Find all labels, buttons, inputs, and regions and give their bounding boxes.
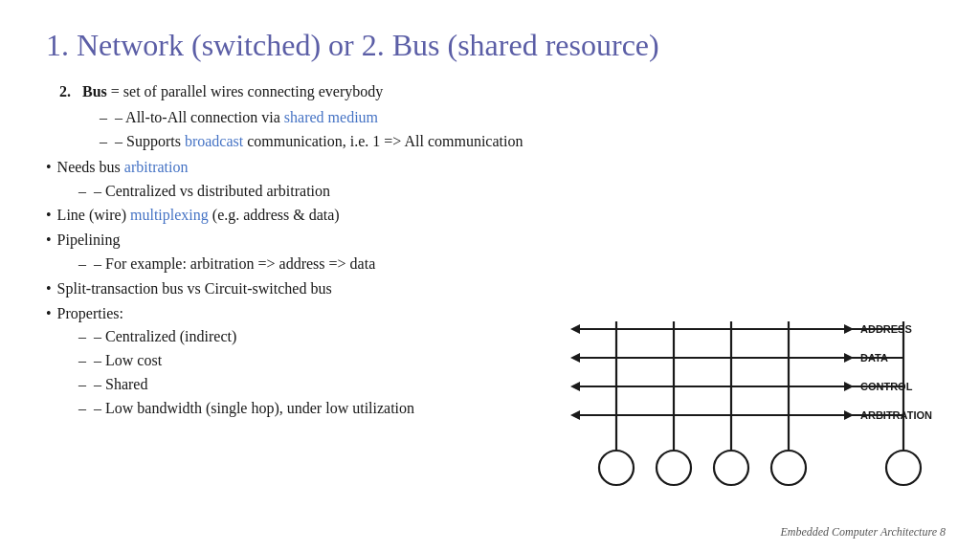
bus-diagram: ADDRESS DATA CONTROL ARBITRATION	[549, 302, 951, 494]
bus-definition: 2. Bus = set of parallel wires connectin…	[59, 80, 934, 104]
svg-point-21	[714, 451, 748, 485]
bus-number: 2.	[59, 83, 78, 99]
sub1: – – All-to-All connection via shared med…	[100, 106, 934, 130]
bullet1-highlight: arbitration	[124, 159, 189, 175]
bullet4-text: Split-transaction bus vs Circuit-switche…	[57, 277, 332, 301]
svg-point-23	[771, 451, 806, 485]
sub2-highlight: broadcast	[185, 133, 243, 149]
sub2-suffix: communication, i.e. 1 => All communicati…	[243, 133, 523, 149]
sub2-prefix: – Supports	[115, 133, 185, 149]
svg-marker-7	[570, 382, 580, 391]
bullet-multiplexing: • Line (wire) multiplexing (e.g. address…	[46, 204, 934, 228]
bullet-pipelining: • Pipelining	[46, 229, 934, 253]
bus-diagram-svg: ADDRESS DATA CONTROL ARBITRATION	[549, 302, 951, 494]
svg-point-17	[599, 451, 634, 485]
svg-point-30	[886, 451, 921, 485]
bullet3-sub: – – For example: arbitration => address …	[78, 253, 934, 276]
bus-eq: = set of parallel wires connecting every…	[107, 83, 383, 99]
svg-marker-4	[570, 353, 580, 363]
slide: 1. Network (switched) or 2. Bus (shared …	[0, 0, 980, 551]
svg-point-19	[657, 451, 691, 485]
bullet2-highlight: multiplexing	[130, 207, 209, 223]
bullet-arbitration: • Needs bus arbitration	[46, 156, 934, 180]
slide-title: 1. Network (switched) or 2. Bus (shared …	[46, 27, 934, 63]
svg-marker-1	[570, 324, 580, 334]
bullet2-prefix: Line (wire)	[57, 207, 130, 223]
sub1-prefix: – All-to-All connection via	[115, 109, 284, 125]
bullet2-suffix: (e.g. address & data)	[209, 207, 340, 223]
bullet1-prefix: Needs bus	[57, 159, 124, 175]
bullet1-sub: – – Centralized vs distributed arbitrati…	[78, 180, 934, 204]
bullet3-text: Pipelining	[57, 229, 121, 253]
svg-marker-10	[570, 410, 580, 420]
bullet5-text: Properties:	[57, 302, 123, 326]
sub2: – – Supports broadcast communication, i.…	[100, 130, 934, 154]
bus-label: Bus	[82, 83, 107, 99]
sub1-highlight: shared medium	[284, 109, 378, 125]
bullet-split-transaction: • Split-transaction bus vs Circuit-switc…	[46, 277, 934, 301]
slide-footer: Embedded Computer Architecture 8	[780, 525, 946, 540]
